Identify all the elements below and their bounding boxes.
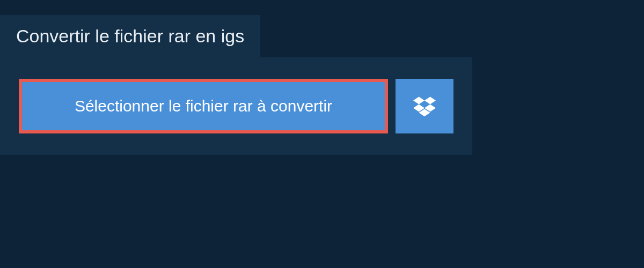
upload-panel: Sélectionner le fichier rar à convertir [0, 57, 472, 155]
dropbox-button[interactable] [396, 79, 453, 133]
dropbox-icon [413, 96, 436, 116]
button-row: Sélectionner le fichier rar à convertir [19, 79, 453, 133]
header-tab: Convertir le fichier rar en igs [0, 15, 260, 57]
page-title: Convertir le fichier rar en igs [16, 26, 244, 47]
select-file-button[interactable]: Sélectionner le fichier rar à convertir [19, 79, 388, 133]
select-file-label: Sélectionner le fichier rar à convertir [75, 97, 332, 115]
